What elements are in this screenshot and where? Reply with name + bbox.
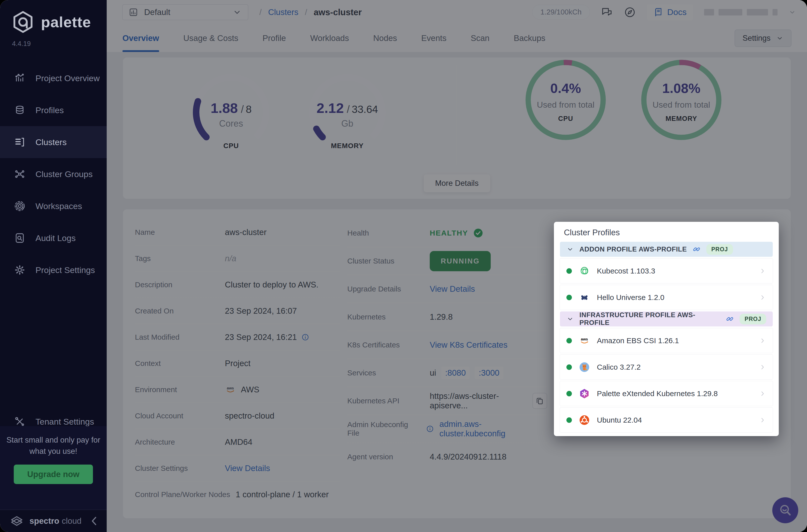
promo-text: Start small and only pay for what you us… <box>1 435 106 457</box>
sidebar-item-profiles[interactable]: Profiles <box>0 94 107 126</box>
profile-layer-name: Palette eXtended Kubernetes 1.29.8 <box>597 390 718 398</box>
layers-icon <box>14 104 25 116</box>
collapse-sidebar-icon[interactable] <box>87 514 101 528</box>
sidebar-item-label: Project Overview <box>36 73 100 83</box>
ubuntu-icon <box>579 415 590 425</box>
chevron-down-icon <box>566 246 574 253</box>
tools-icon <box>14 416 25 428</box>
sidebar-item-label: Cluster Groups <box>36 169 93 179</box>
profile-section-name: INFRASTRUCTURE PROFILE AWS-PROFILE <box>579 311 720 327</box>
chevron-right-icon <box>759 337 766 344</box>
brand-name: palette <box>41 14 91 31</box>
profile-layer-ubuntu-22-04[interactable]: Ubuntu 22.04 <box>560 407 773 432</box>
sidebar-item-label: Clusters <box>36 137 67 147</box>
upgrade-now-button[interactable]: Upgrade now <box>14 464 93 484</box>
gear-icon <box>14 264 25 276</box>
pxk-icon <box>579 388 590 399</box>
aws-icon: aws <box>579 335 590 346</box>
analytics-icon <box>14 72 25 84</box>
profile-layer-amazon-ebs-csi-1-26-1[interactable]: awsAmazon EBS CSI 1.26.1 <box>560 328 773 353</box>
profile-section-header[interactable]: ADDON PROFILE AWS-PROFILEPROJ <box>560 242 773 257</box>
sidebar: palette 4.4.19 Project OverviewProfilesC… <box>0 0 107 532</box>
sidebar-item-label: Tenant Settings <box>36 417 94 426</box>
status-dot <box>566 391 572 396</box>
sidebar-item-project-settings[interactable]: Project Settings <box>0 254 107 286</box>
profile-layer-kubecost-1-103-3[interactable]: Kubecost 1.103.3 <box>560 259 773 283</box>
sidebar-item-cluster-groups[interactable]: Cluster Groups <box>0 158 107 190</box>
profile-layer-hello-universe-1-2-0[interactable]: Hello Universe 1.2.0 <box>560 285 773 310</box>
sidebar-item-clusters[interactable]: Clusters <box>0 126 107 158</box>
workspaces-icon <box>14 200 25 212</box>
profiles-list: ADDON PROFILE AWS-PROFILEPROJKubecost 1.… <box>560 242 773 432</box>
profile-layer-calico-3-27-2[interactable]: Calico 3.27.2 <box>560 355 773 379</box>
profile-layer-name: Amazon EBS CSI 1.26.1 <box>597 337 679 345</box>
app-window: palette 4.4.19 Project OverviewProfilesC… <box>0 0 807 532</box>
butterfly-icon <box>579 292 590 303</box>
sidebar-item-label: Workspaces <box>36 201 82 211</box>
audit-icon <box>14 232 25 244</box>
cluster-profiles-panel: Cluster Profiles ADDON PROFILE AWS-PROFI… <box>554 222 779 436</box>
link-icon <box>726 315 734 323</box>
sidebar-item-project-overview[interactable]: Project Overview <box>0 62 107 94</box>
chevron-right-icon <box>759 416 766 424</box>
chevron-down-icon <box>566 315 574 323</box>
kubecost-icon <box>579 266 590 277</box>
status-dot <box>566 417 572 423</box>
scope-badge: PROJ <box>706 244 733 255</box>
profile-layer-name: Ubuntu 22.04 <box>597 416 642 424</box>
scope-badge: PROJ <box>739 314 766 324</box>
footer-brand: spectrocloud <box>30 516 81 526</box>
spectro-cloud-logo-icon <box>10 514 24 528</box>
profile-layer-name: Kubecost 1.103.3 <box>597 267 655 275</box>
sidebar-item-label: Audit Logs <box>36 233 76 243</box>
chevron-right-icon <box>759 390 766 397</box>
brand: palette <box>0 0 107 34</box>
upgrade-promo: Start small and only pay for what you us… <box>0 426 107 510</box>
status-dot <box>566 268 572 274</box>
sidebar-item-audit-logs[interactable]: Audit Logs <box>0 222 107 254</box>
sidebar-nav: Project OverviewProfilesClustersCluster … <box>0 62 107 286</box>
status-dot <box>566 364 572 370</box>
profile-layer-name: Calico 3.27.2 <box>597 363 641 372</box>
profile-section-name: ADDON PROFILE AWS-PROFILE <box>579 246 687 253</box>
link-icon <box>692 245 701 253</box>
status-dot <box>566 295 572 300</box>
profile-layer-name: Hello Universe 1.2.0 <box>597 293 664 302</box>
sidebar-item-workspaces[interactable]: Workspaces <box>0 190 107 222</box>
sidebar-footer: spectrocloud <box>0 510 107 532</box>
profile-layer-palette-extended-kubernetes-1-29-8[interactable]: Palette eXtended Kubernetes 1.29.8 <box>560 381 773 406</box>
panel-title: Cluster Profiles <box>554 222 779 242</box>
clusters-icon <box>14 136 25 148</box>
palette-logo-icon <box>11 10 35 34</box>
cluster-groups-icon <box>14 168 25 180</box>
chevron-right-icon <box>759 363 766 371</box>
chevron-right-icon <box>759 294 766 301</box>
chevron-right-icon <box>759 267 766 275</box>
status-dot <box>566 338 572 343</box>
profile-section-header[interactable]: INFRASTRUCTURE PROFILE AWS-PROFILEPROJ <box>560 311 773 326</box>
sidebar-item-label: Project Settings <box>36 265 95 275</box>
app-version: 4.4.19 <box>12 40 107 48</box>
svg-text:aws: aws <box>581 337 588 341</box>
sidebar-item-label: Profiles <box>36 106 64 115</box>
calico-icon <box>579 362 590 373</box>
